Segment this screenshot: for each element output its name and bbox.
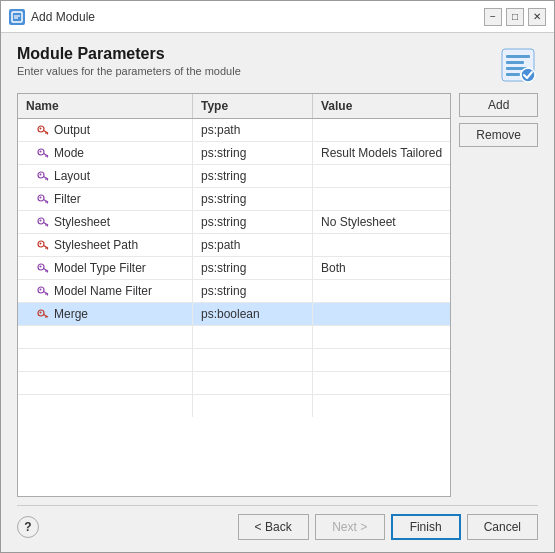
svg-point-52 <box>40 312 42 314</box>
param-icon <box>36 215 50 229</box>
title-bar: Add Module − □ ✕ <box>1 1 554 33</box>
cell-type <box>193 349 313 371</box>
cell-type: ps:string <box>193 142 313 164</box>
page-title: Module Parameters <box>17 45 241 63</box>
table-row[interactable]: Model Type Filterps:stringBoth <box>18 257 450 280</box>
footer-right: < Back Next > Finish Cancel <box>238 514 538 540</box>
footer: ? < Back Next > Finish Cancel <box>17 505 538 544</box>
svg-rect-4 <box>506 55 530 58</box>
cancel-button[interactable]: Cancel <box>467 514 538 540</box>
svg-point-18 <box>40 151 42 153</box>
cell-name: Layout <box>18 165 193 187</box>
cell-type: ps:string <box>193 257 313 279</box>
parameters-table: Name Type Value Outputps:path Modeps:str… <box>17 93 451 497</box>
col-name-header: Name <box>18 94 193 118</box>
remove-button[interactable]: Remove <box>459 123 538 147</box>
cell-type: ps:boolean <box>193 303 313 325</box>
svg-point-43 <box>40 266 42 268</box>
cell-type: ps:string <box>193 280 313 302</box>
table-row[interactable] <box>18 326 450 349</box>
table-row[interactable]: Stylesheetps:stringNo Stylesheet <box>18 211 450 234</box>
svg-point-28 <box>40 197 42 199</box>
cell-value <box>313 372 450 394</box>
add-module-window: Add Module − □ ✕ Module Parameters Enter… <box>0 0 555 553</box>
cell-type <box>193 372 313 394</box>
param-icon <box>36 123 50 137</box>
cell-name <box>18 372 193 394</box>
cell-type: ps:string <box>193 188 313 210</box>
table-row[interactable]: Outputps:path <box>18 119 450 142</box>
col-value-header: Value <box>313 94 450 118</box>
table-row[interactable] <box>18 349 450 372</box>
param-icon <box>36 307 50 321</box>
cell-name: Stylesheet <box>18 211 193 233</box>
table-row[interactable] <box>18 395 450 417</box>
table-row[interactable]: Layoutps:string <box>18 165 450 188</box>
cell-name <box>18 395 193 417</box>
cell-value: No Stylesheet <box>313 211 450 233</box>
window-title: Add Module <box>31 10 484 24</box>
table-row[interactable] <box>18 372 450 395</box>
cell-value <box>313 234 450 256</box>
table-row[interactable]: Stylesheet Pathps:path <box>18 234 450 257</box>
window-controls: − □ ✕ <box>484 8 546 26</box>
cell-name: Filter <box>18 188 193 210</box>
table-row[interactable]: Filterps:string <box>18 188 450 211</box>
table-header: Name Type Value <box>18 94 450 119</box>
add-button[interactable]: Add <box>459 93 538 117</box>
cell-type: ps:string <box>193 211 313 233</box>
cell-name: Stylesheet Path <box>18 234 193 256</box>
right-buttons: Add Remove <box>451 93 538 497</box>
cell-value <box>313 188 450 210</box>
cell-name: Model Type Filter <box>18 257 193 279</box>
cell-name <box>18 349 193 371</box>
minimize-button[interactable]: − <box>484 8 502 26</box>
footer-left: ? <box>17 516 39 538</box>
param-icon <box>36 284 50 298</box>
table-row[interactable]: Mergeps:boolean <box>18 303 450 326</box>
table-row[interactable]: Model Name Filterps:string <box>18 280 450 303</box>
help-button[interactable]: ? <box>17 516 39 538</box>
cell-name: Mode <box>18 142 193 164</box>
svg-point-23 <box>40 174 42 176</box>
page-icon <box>498 45 538 85</box>
finish-button[interactable]: Finish <box>391 514 461 540</box>
cell-value <box>313 165 450 187</box>
cell-value: Result Models Tailored <box>313 142 450 164</box>
content-area: Module Parameters Enter values for the p… <box>1 33 554 552</box>
table-row[interactable]: Modeps:stringResult Models Tailored <box>18 142 450 165</box>
page-subtitle: Enter values for the parameters of the m… <box>17 65 241 77</box>
svg-rect-7 <box>506 73 520 76</box>
cell-value <box>313 349 450 371</box>
cell-value: Both <box>313 257 450 279</box>
cell-type <box>193 395 313 417</box>
svg-point-38 <box>40 243 42 245</box>
cell-name: Output <box>18 119 193 141</box>
param-icon <box>36 261 50 275</box>
cell-value <box>313 303 450 325</box>
cell-type: ps:string <box>193 165 313 187</box>
svg-point-48 <box>40 289 42 291</box>
cell-value <box>313 326 450 348</box>
cell-value <box>313 119 450 141</box>
cell-type: ps:path <box>193 234 313 256</box>
svg-rect-5 <box>506 61 524 64</box>
table-body: Outputps:path Modeps:stringResult Models… <box>18 119 450 496</box>
cell-name: Model Name Filter <box>18 280 193 302</box>
back-button[interactable]: < Back <box>238 514 309 540</box>
cell-name: Merge <box>18 303 193 325</box>
param-icon <box>36 146 50 160</box>
cell-value <box>313 395 450 417</box>
window-icon <box>9 9 25 25</box>
page-title-area: Module Parameters Enter values for the p… <box>17 45 241 77</box>
maximize-button[interactable]: □ <box>506 8 524 26</box>
cell-value <box>313 280 450 302</box>
table-section: Name Type Value Outputps:path Modeps:str… <box>17 93 538 497</box>
cell-type <box>193 326 313 348</box>
param-icon <box>36 192 50 206</box>
svg-rect-0 <box>12 12 22 22</box>
col-type-header: Type <box>193 94 313 118</box>
close-button[interactable]: ✕ <box>528 8 546 26</box>
svg-point-33 <box>40 220 42 222</box>
next-button[interactable]: Next > <box>315 514 385 540</box>
